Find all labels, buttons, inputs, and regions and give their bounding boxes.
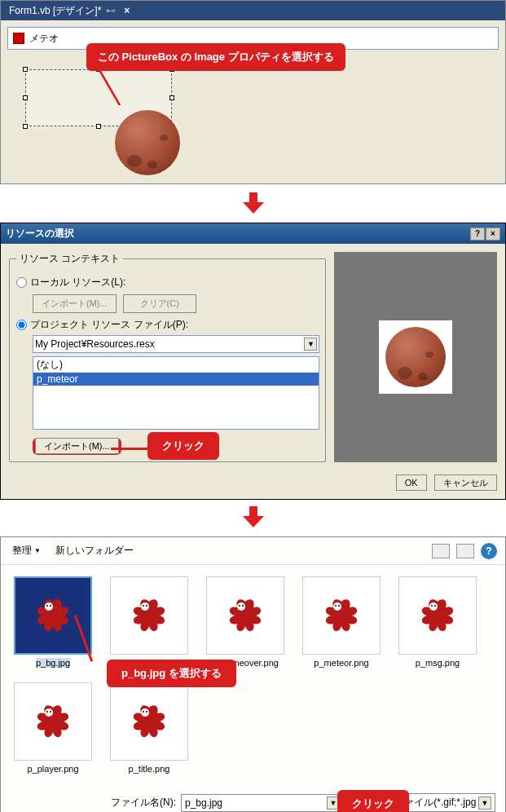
- radio-project[interactable]: [16, 320, 27, 330]
- file-item[interactable]: p_explosion.png: [108, 576, 190, 668]
- arrow-down-icon: [0, 505, 506, 532]
- list-item[interactable]: p_meteor: [33, 373, 319, 386]
- list-item[interactable]: (なし): [33, 357, 319, 373]
- preview-pane-icon[interactable]: [456, 544, 474, 558]
- dialog-titlebar: リソースの選択 ? ×: [1, 223, 505, 244]
- svg-point-18: [141, 708, 149, 717]
- file-item[interactable]: p_title.png: [108, 682, 190, 774]
- svg-point-11: [338, 605, 340, 607]
- file-thumbnail[interactable]: [302, 576, 381, 655]
- pin-icon[interactable]: ⊷: [106, 5, 116, 16]
- svg-point-1: [46, 605, 48, 607]
- meteor-image: [115, 110, 188, 183]
- radio-local[interactable]: [16, 277, 27, 288]
- document-tab[interactable]: Form1.vb [デザイン]* ⊷ ×: [4, 4, 138, 18]
- design-surface[interactable]: メテオ この PictureBox の Image プロパティを選択する: [1, 20, 505, 183]
- svg-point-8: [242, 605, 244, 607]
- resize-handle[interactable]: [23, 95, 28, 100]
- file-thumbnail[interactable]: [14, 576, 92, 655]
- import-button-highlighted: インポート(M)...: [33, 438, 121, 455]
- import-button[interactable]: インポート(M)...: [35, 438, 119, 454]
- tab-title: Form1.vb [デザイン]*: [9, 4, 101, 18]
- svg-point-19: [143, 711, 144, 713]
- svg-point-4: [143, 605, 144, 607]
- svg-point-17: [50, 711, 51, 713]
- help-button[interactable]: ?: [470, 227, 485, 241]
- svg-point-3: [141, 602, 149, 611]
- svg-point-20: [146, 711, 147, 713]
- svg-point-14: [434, 605, 436, 607]
- new-folder-button[interactable]: 新しいフォルダー: [52, 542, 137, 559]
- dialog-footer: OK キャンセル: [1, 470, 505, 499]
- resource-context-fieldset: リソース コンテキスト ローカル リソース(L): インポート(M)... クリ…: [9, 252, 326, 462]
- view-icon[interactable]: [432, 544, 450, 558]
- file-label: p_player.png: [28, 764, 79, 774]
- file-thumbnail[interactable]: [398, 576, 477, 655]
- svg-point-7: [239, 605, 240, 607]
- file-label: p_bg.jpg: [36, 658, 70, 668]
- resource-preview: [334, 252, 497, 462]
- file-grid[interactable]: p_bg.jpgp_explosion.pngp_gameover.pngp_m…: [1, 565, 505, 785]
- cancel-button[interactable]: キャンセル: [434, 474, 497, 491]
- file-footer: ファイル名(N): p_bg.jpg ▼ イメージ ファイル(*.gif;*.j…: [1, 785, 505, 812]
- file-item[interactable]: p_gameover.png: [205, 576, 286, 668]
- form-designer-panel: Form1.vb [デザイン]* ⊷ × メテオ この PictureBox の…: [0, 0, 506, 184]
- radio-local-resource[interactable]: ローカル リソース(L):: [16, 276, 319, 289]
- callout-click-open: クリック: [337, 790, 409, 812]
- resource-select-dialog: リソースの選択 ? × リソース コンテキスト ローカル リソース(L): イン…: [0, 223, 506, 500]
- file-label: p_meteor.png: [314, 658, 368, 668]
- clear-button: クリア(C): [123, 294, 196, 313]
- svg-point-10: [335, 605, 337, 607]
- callout-select-file: p_bg.jpg を選択する: [107, 660, 236, 687]
- callout-click-import: クリック: [147, 432, 219, 460]
- help-icon[interactable]: ?: [481, 543, 497, 559]
- fieldset-legend: リソース コンテキスト: [16, 252, 123, 266]
- file-item[interactable]: p_meteor.png: [301, 576, 382, 668]
- svg-point-13: [431, 605, 433, 607]
- file-item[interactable]: p_player.png: [12, 682, 94, 774]
- file-label: p_title.png: [129, 764, 170, 774]
- svg-point-0: [45, 602, 53, 611]
- file-open-dialog: 整理 ▼ 新しいフォルダー ? p_bg.jpgp_explosion.pngp…: [0, 536, 506, 812]
- preview-box: [379, 320, 452, 394]
- svg-point-16: [46, 711, 48, 713]
- callout-line: [111, 448, 152, 450]
- file-thumbnail[interactable]: [110, 682, 188, 761]
- radio-project-resource[interactable]: プロジェクト リソース ファイル(P):: [16, 318, 319, 332]
- filename-label: ファイル名(N):: [111, 796, 176, 810]
- chevron-down-icon: ▼: [34, 547, 41, 554]
- callout-picturebox: この PictureBox の Image プロパティを選択する: [86, 43, 345, 71]
- form-icon: [13, 33, 24, 44]
- chevron-down-icon[interactable]: ▼: [478, 797, 491, 810]
- arrow-down-icon: [0, 191, 506, 218]
- file-thumbnail[interactable]: [110, 576, 188, 655]
- import-button-disabled: インポート(M)...: [33, 294, 117, 313]
- close-button[interactable]: ×: [486, 227, 500, 241]
- resize-handle[interactable]: [23, 67, 28, 72]
- svg-point-15: [45, 708, 53, 717]
- resource-file-dropdown[interactable]: My Project¥Resources.resx ▼: [33, 335, 319, 353]
- resource-listbox[interactable]: (なし) p_meteor: [33, 356, 319, 430]
- filename-input[interactable]: p_bg.jpg ▼: [181, 794, 344, 812]
- svg-point-12: [429, 602, 438, 611]
- svg-point-5: [146, 605, 147, 607]
- file-label: p_msg.png: [416, 658, 460, 668]
- resize-handle[interactable]: [96, 124, 101, 129]
- file-toolbar: 整理 ▼ 新しいフォルダー ?: [1, 537, 505, 565]
- dialog-title: リソースの選択: [6, 227, 74, 241]
- resize-handle[interactable]: [23, 124, 28, 129]
- document-tab-bar: Form1.vb [デザイン]* ⊷ ×: [1, 1, 505, 20]
- resize-handle[interactable]: [169, 95, 174, 100]
- svg-point-9: [333, 602, 341, 611]
- chevron-down-icon[interactable]: ▼: [304, 338, 317, 351]
- file-item[interactable]: p_bg.jpg: [12, 576, 94, 668]
- form-title: メテオ: [29, 32, 59, 46]
- svg-point-6: [237, 602, 245, 611]
- file-thumbnail[interactable]: [206, 576, 284, 655]
- svg-point-2: [50, 605, 51, 607]
- ok-button[interactable]: OK: [396, 474, 427, 491]
- close-icon[interactable]: ×: [121, 5, 133, 16]
- organize-button[interactable]: 整理 ▼: [9, 542, 44, 559]
- file-thumbnail[interactable]: [14, 682, 92, 761]
- file-item[interactable]: p_msg.png: [397, 576, 478, 668]
